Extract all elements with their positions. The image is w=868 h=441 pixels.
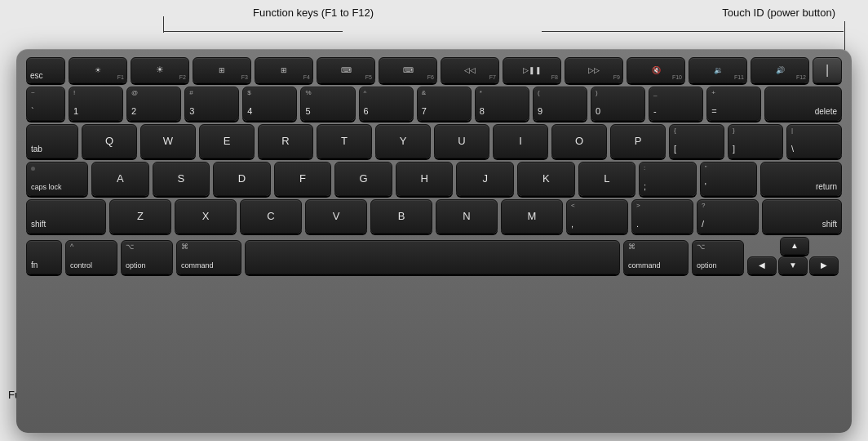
key-touch-id[interactable]: | <box>813 57 842 83</box>
key-comma[interactable]: < , <box>566 199 628 234</box>
key-j[interactable]: J <box>456 162 514 196</box>
key-f11[interactable]: 🔉 F11 <box>689 57 747 83</box>
key-p[interactable]: P <box>610 124 666 158</box>
key-close-bracket[interactable]: } ] <box>728 124 783 158</box>
key-period[interactable]: > . <box>631 199 693 234</box>
key-g[interactable]: G <box>334 162 392 196</box>
key-f[interactable]: F <box>274 162 332 196</box>
key-backslash[interactable]: | \ <box>786 124 842 158</box>
arrow-top-row: ▲ <box>747 237 842 255</box>
key-f8[interactable]: ▷❚❚ F8 <box>503 57 561 83</box>
fn-key-row: esc ☀ F1 ☀ F2 ⊞ F3 ⊞ F4 ⌨ F5 <box>26 57 842 83</box>
key-space[interactable] <box>245 240 620 274</box>
key-3[interactable]: # 3 <box>184 87 239 121</box>
key-command-right[interactable]: ⌘ command <box>623 240 689 274</box>
key-8[interactable]: * 8 <box>475 87 529 121</box>
key-k[interactable]: K <box>517 162 575 196</box>
key-2[interactable]: @ 2 <box>126 87 181 121</box>
key-f9[interactable]: ▷▷ F9 <box>565 57 623 83</box>
key-command-left[interactable]: ⌘ command <box>176 240 241 274</box>
annotation-fkeys-line-left <box>163 16 164 33</box>
key-semicolon[interactable]: : ; <box>639 162 697 196</box>
key-s[interactable]: S <box>153 162 210 196</box>
key-i[interactable]: I <box>493 124 548 158</box>
annotation-touchid-label: Touch ID (power button) <box>722 7 835 19</box>
key-f6[interactable]: ⌨ F6 <box>379 57 437 83</box>
key-r[interactable]: R <box>258 124 313 158</box>
key-0[interactable]: ) 0 <box>591 87 645 121</box>
key-1[interactable]: ! 1 <box>69 87 123 121</box>
bottom-row: fn ^ control ⌥ option ⌘ command ⌘ comman… <box>26 237 842 274</box>
caps-lock-indicator <box>31 167 35 171</box>
arrow-bottom-row: ◀ ▼ ▶ <box>747 256 842 274</box>
key-x[interactable]: X <box>175 199 237 234</box>
key-control[interactable]: ^ control <box>65 240 117 274</box>
key-option-left[interactable]: ⌥ option <box>121 240 173 274</box>
annotation-fkeys-label: Function keys (F1 to F12) <box>253 7 374 19</box>
key-d[interactable]: D <box>213 162 271 196</box>
key-delete[interactable]: delete <box>764 87 842 121</box>
key-v[interactable]: V <box>305 199 367 234</box>
key-m[interactable]: M <box>501 199 563 234</box>
key-q[interactable]: Q <box>82 124 137 158</box>
key-f5[interactable]: ⌨ F5 <box>317 57 375 83</box>
key-arrow-right[interactable]: ▶ <box>809 256 839 274</box>
key-f4[interactable]: ⊞ F4 <box>255 57 313 83</box>
keyboard-inner: esc ☀ F1 ☀ F2 ⊞ F3 ⊞ F4 ⌨ F5 <box>26 57 842 423</box>
key-l[interactable]: L <box>578 162 636 196</box>
key-n[interactable]: N <box>436 199 498 234</box>
key-caps-lock[interactable]: caps lock <box>26 162 88 196</box>
key-f12[interactable]: 🔊 F12 <box>751 57 809 83</box>
key-slash[interactable]: ? / <box>697 199 759 234</box>
key-w[interactable]: W <box>140 124 196 158</box>
key-backtick[interactable]: ~ ` <box>26 87 65 121</box>
key-f1[interactable]: ☀ F1 <box>69 57 127 83</box>
tab-row: tab Q W E R T Y U I <box>26 124 842 158</box>
key-h[interactable]: H <box>396 162 454 196</box>
key-arrow-up[interactable]: ▲ <box>780 237 809 255</box>
key-option-right[interactable]: ⌥ option <box>692 240 744 274</box>
key-f7[interactable]: ◁◁ F7 <box>441 57 499 83</box>
key-o[interactable]: O <box>551 124 607 158</box>
key-z[interactable]: Z <box>109 199 171 234</box>
key-arrow-down[interactable]: ▼ <box>778 256 808 274</box>
key-u[interactable]: U <box>434 124 489 158</box>
shift-row: shift Z X C V B N M < <box>26 199 842 234</box>
key-9[interactable]: ( 9 <box>533 87 587 121</box>
key-tab[interactable]: tab <box>26 124 78 158</box>
key-shift-right[interactable]: shift <box>762 199 842 234</box>
annotation-touchid-line <box>844 21 845 51</box>
key-c[interactable]: C <box>240 199 302 234</box>
key-quote[interactable]: " ' <box>700 162 758 196</box>
arrow-cluster: ▲ ◀ ▼ ▶ <box>747 237 842 274</box>
key-fn[interactable]: fn <box>26 240 62 274</box>
key-open-bracket[interactable]: { [ <box>669 124 724 158</box>
key-f2[interactable]: ☀ F2 <box>131 57 189 83</box>
key-7[interactable]: & 7 <box>417 87 472 121</box>
key-y[interactable]: Y <box>375 124 431 158</box>
key-minus[interactable]: _ - <box>649 87 703 121</box>
key-6[interactable]: ^ 6 <box>359 87 414 121</box>
key-f10[interactable]: 🔇 F10 <box>627 57 685 83</box>
key-t[interactable]: T <box>317 124 372 158</box>
number-row: ~ ` ! 1 @ 2 # 3 $ 4 % 5 <box>26 87 842 121</box>
key-e[interactable]: E <box>199 124 255 158</box>
key-5[interactable]: % 5 <box>300 87 355 121</box>
key-a[interactable]: A <box>91 162 149 196</box>
annotation-fkeys-line-h <box>163 31 343 32</box>
caps-row: caps lock A S D F G H J <box>26 162 842 196</box>
key-4[interactable]: $ 4 <box>242 87 297 121</box>
key-arrow-left[interactable]: ◀ <box>747 256 777 274</box>
key-esc[interactable]: esc <box>26 57 65 83</box>
annotation-fkeys-line-right <box>542 31 844 32</box>
key-b[interactable]: B <box>370 199 432 234</box>
key-return[interactable]: return <box>760 162 842 196</box>
key-f3[interactable]: ⊞ F3 <box>193 57 251 83</box>
key-shift-left[interactable]: shift <box>26 199 106 234</box>
keyboard: esc ☀ F1 ☀ F2 ⊞ F3 ⊞ F4 ⌨ F5 <box>16 49 852 433</box>
key-equals[interactable]: + = <box>706 87 761 121</box>
